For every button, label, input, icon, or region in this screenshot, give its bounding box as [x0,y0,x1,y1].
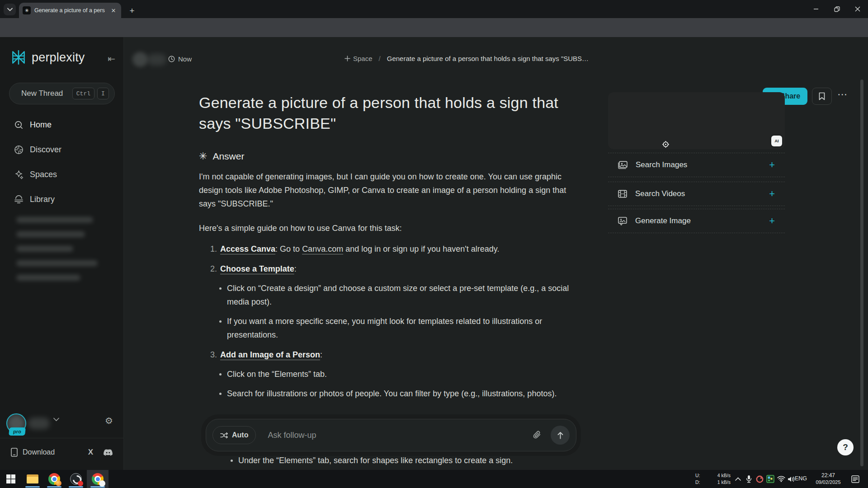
windows-logo-icon [6,474,16,484]
blurred-thread-item[interactable] [16,246,73,252]
image-icon [618,161,627,169]
brand[interactable]: perplexity [10,49,85,66]
language-indicator[interactable]: ENG [795,475,807,482]
close-window-button[interactable] [847,0,868,18]
page-scrollbar[interactable] [860,80,863,466]
paperclip-icon [533,431,541,440]
submit-button[interactable] [551,426,570,445]
tab-title: Generate a picture of a person [34,7,105,14]
brand-name: perplexity [32,51,85,65]
download-row: Download X [0,443,124,462]
close-icon [855,6,860,12]
upload-label: U: [695,472,700,479]
step-text: Choose a Template: [220,262,297,276]
microphone-tray-icon[interactable] [743,474,754,484]
step-1: 1. Access Canva: Go to Canva.com and log… [199,242,582,256]
sidebar-item-discover[interactable]: Discover [0,140,124,160]
tab-search-button[interactable] [4,4,16,15]
generate-image-row[interactable]: Generate Image + [608,209,785,233]
obs-icon [70,473,82,485]
plus-icon [344,56,350,61]
canva-link[interactable]: Canva.com [302,244,343,253]
action-label: Search Videos [635,189,685,198]
chevron-up-icon [735,477,741,481]
minimize-button[interactable] [806,0,826,18]
step-text: Access Canva: Go to Canva.com and log in… [220,242,500,256]
shortcut-key-i: I [97,88,109,99]
main-content: Generate a picture of a person that hold… [199,92,582,400]
restore-button[interactable] [826,0,847,18]
add-generate-image-icon[interactable]: + [769,216,775,226]
start-button[interactable] [0,470,22,488]
blurred-thread-item[interactable] [16,275,80,281]
followup-input[interactable] [268,431,529,440]
taskbar: U:4 kB/s D:1 kB/s ENG 22:47 09/02/2025 [0,470,868,488]
obs-button[interactable] [65,470,87,488]
obs-tray-icon[interactable] [754,474,765,484]
settings-gear-icon[interactable]: ⚙ [105,416,113,425]
ai-chip-icon: AI [771,136,782,146]
sidebar-divider [0,438,124,438]
chrome-profile1-button[interactable] [43,470,65,488]
tab-close-icon[interactable]: ✕ [109,6,118,14]
profile-badge [56,480,61,486]
thread-more-button[interactable]: ⋯ [837,89,848,99]
add-search-images-icon[interactable]: + [769,160,775,170]
notification-center-button[interactable] [850,474,861,484]
sidebar: perplexity ⇤ New Thread Ctrl I Home Disc… [0,37,124,470]
wifi-tray-icon[interactable] [776,474,787,484]
running-indicator [47,486,61,488]
sidebar-item-home[interactable]: Home [0,115,124,135]
new-tab-button[interactable]: + [126,4,138,17]
media-placeholder-card[interactable]: AI [608,92,785,149]
account-chevron-icon[interactable] [53,418,59,422]
blurred-thread-item[interactable] [16,260,98,266]
perplexity-logo-icon [10,49,27,66]
browser-tab[interactable]: ✳ Generate a picture of a person ✕ [19,3,121,18]
answer-paragraph: I'm not capable of generating images, bu… [199,170,577,211]
breadcrumb-title[interactable]: Generate a picture of a person that hold… [387,55,589,62]
followup-bar[interactable]: Auto [206,419,576,451]
guide-line: Here's a simple guide on how to use Canv… [199,221,582,235]
bookmark-button[interactable] [812,88,832,105]
clock-date: 09/02/2025 [812,479,844,486]
breadcrumb-separator: / [379,55,381,62]
tray-expand-button[interactable] [732,474,743,484]
blurred-thread-item[interactable] [16,217,93,223]
shortcut-key-ctrl: Ctrl [72,88,94,99]
bullet-item: Search for illustrations or photos of pe… [199,387,582,400]
attach-button[interactable] [529,427,545,443]
x-twitter-icon[interactable]: X [88,448,93,457]
download-label[interactable]: Download [23,448,55,456]
blurred-thread-item[interactable] [16,231,85,237]
upload-value: 4 kB/s [717,472,731,479]
timestamp-label: Now [178,55,192,63]
recording-badge [78,481,83,486]
new-thread-label: New Thread [21,89,63,98]
clock[interactable]: 22:47 09/02/2025 [812,472,844,486]
search-mode-selector[interactable]: Auto [212,426,256,444]
action-label: Search Images [636,160,687,169]
sidebar-item-spaces[interactable]: Spaces [0,164,124,184]
window-controls [806,0,868,18]
search-videos-row[interactable]: Search Videos + [608,182,785,206]
perplexity-page: perplexity ⇤ New Thread Ctrl I Home Disc… [0,37,868,470]
sidebar-item-library[interactable]: Library [0,189,124,209]
account-row[interactable]: pro ⚙ [0,410,124,437]
search-images-row[interactable]: Search Images + [608,153,785,177]
file-explorer-button[interactable] [22,470,43,488]
chrome-profile2-button-active[interactable] [87,470,108,488]
discord-icon[interactable] [103,449,113,456]
question-title: Generate a picture of a person that hold… [199,92,561,134]
gpu-monitor-tray-icon[interactable] [765,474,776,484]
new-thread-button[interactable]: New Thread Ctrl I [9,83,115,104]
answer-label: Answer [212,151,244,162]
space-button[interactable]: Space [353,55,373,62]
chrome-icon [92,473,104,485]
sidebar-collapse-button[interactable]: ⇤ [108,53,115,64]
help-button[interactable]: ? [837,439,854,455]
phone-icon [11,448,18,457]
screen: ✳ Generate a picture of a person ✕ + per… [0,0,868,488]
add-search-videos-icon[interactable]: + [769,189,775,199]
discover-icon [14,145,24,155]
